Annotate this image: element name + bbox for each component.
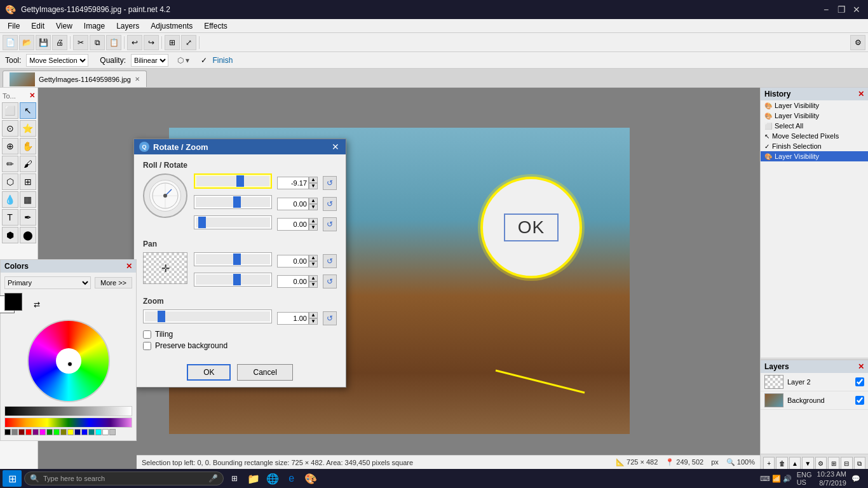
tool-eraser[interactable]: ⬡: [2, 173, 18, 190]
toolbar-undo[interactable]: ↩: [127, 35, 142, 50]
tool-recolor[interactable]: 💧: [2, 191, 18, 208]
dialog-close-button[interactable]: ✕: [330, 142, 341, 152]
history-item-4[interactable]: ✓ Finish Selection: [761, 141, 868, 151]
toolbar-new[interactable]: 📄: [3, 35, 18, 50]
menu-edit[interactable]: Edit: [26, 20, 50, 32]
swatch-red[interactable]: [25, 429, 32, 435]
pan-slider1[interactable]: [194, 252, 272, 266]
zoom-reset[interactable]: ↺: [323, 311, 337, 325]
layer-visible-0[interactable]: [855, 377, 864, 386]
roll-reset3[interactable]: ↺: [323, 217, 337, 231]
roll-spinner1-down[interactable]: ▼: [309, 183, 318, 189]
layer-item-0[interactable]: Layer 2: [761, 373, 868, 391]
zoom-slider-thumb[interactable]: [158, 311, 165, 322]
tool-gradient[interactable]: ▦: [20, 191, 36, 208]
roll-reset2[interactable]: ↺: [323, 197, 337, 211]
zoom-input[interactable]: [277, 312, 309, 325]
menu-adjustments[interactable]: Adjustments: [146, 20, 198, 32]
color-mode-select[interactable]: Primary Secondary: [4, 276, 38, 289]
swap-icon[interactable]: ⇄: [34, 300, 38, 309]
pan-spinner1-down[interactable]: ▼: [309, 261, 318, 268]
menu-layers[interactable]: Layers: [111, 20, 144, 32]
tools-close[interactable]: ✕: [29, 92, 35, 100]
tool-zoom[interactable]: ⊕: [2, 138, 18, 154]
roll-spinner2-up[interactable]: ▲: [309, 198, 318, 204]
menu-view[interactable]: View: [51, 20, 78, 32]
pan-slider1-thumb[interactable]: [233, 254, 241, 265]
history-close[interactable]: ✕: [858, 90, 864, 98]
menu-image[interactable]: Image: [79, 20, 110, 32]
dialog-cancel-button[interactable]: Cancel: [237, 364, 292, 381]
start-button[interactable]: ⊞: [3, 470, 22, 487]
pan-slider2-track[interactable]: [196, 274, 270, 285]
close-button[interactable]: ✕: [850, 3, 863, 16]
roll-slider3[interactable]: [194, 215, 272, 229]
roll-spinner2-down[interactable]: ▼: [309, 204, 318, 210]
history-item-0[interactable]: 🎨 Layer Visibility: [761, 100, 868, 111]
zoom-slider[interactable]: [143, 309, 272, 323]
taskbar-file-explorer[interactable]: 📁: [245, 470, 262, 487]
history-item-5[interactable]: 🎨 Layer Visibility: [761, 151, 868, 161]
pan-input2[interactable]: [277, 275, 309, 288]
maximize-button[interactable]: ❐: [835, 3, 848, 16]
taskbar-search[interactable]: 🔍 Type here to search 🎤: [24, 471, 224, 485]
tool-paint[interactable]: 🖌: [20, 156, 36, 172]
compass-widget[interactable]: [143, 173, 187, 218]
toolbar-save[interactable]: 💾: [36, 35, 51, 50]
pan-preview[interactable]: ✛: [143, 252, 187, 284]
color-primary-box[interactable]: [4, 293, 22, 311]
menu-effects[interactable]: Effects: [199, 20, 232, 32]
roll-slider1-track[interactable]: [196, 176, 269, 186]
zoom-spinner-up[interactable]: ▲: [309, 312, 318, 318]
pan-reset1[interactable]: ↺: [323, 254, 337, 268]
roll-input2[interactable]: [277, 198, 309, 210]
pan-spinner2-down[interactable]: ▼: [309, 281, 318, 288]
roll-slider1-thumb[interactable]: [236, 175, 244, 187]
tool-clone[interactable]: ⊞: [20, 173, 36, 190]
roll-spinner3-up[interactable]: ▲: [309, 218, 318, 224]
taskbar-chrome[interactable]: 🌐: [264, 470, 281, 487]
menu-file[interactable]: File: [3, 20, 25, 32]
preserve-bg-checkbox[interactable]: [143, 342, 151, 350]
pan-spinner2-up[interactable]: ▲: [309, 275, 318, 281]
history-item-3[interactable]: ↖ Move Selected Pixels: [761, 131, 868, 141]
roll-slider2[interactable]: [194, 195, 272, 209]
tool-rectangle-select[interactable]: ⬜: [2, 102, 18, 119]
zoom-spinner-down[interactable]: ▼: [309, 318, 318, 325]
pan-slider1-track[interactable]: [196, 254, 270, 264]
tool-pan[interactable]: ✋: [20, 138, 36, 154]
toolbar-cut[interactable]: ✂: [73, 35, 88, 50]
tiling-checkbox[interactable]: [143, 330, 151, 339]
quality-select[interactable]: Bilinear: [131, 54, 168, 67]
roll-slider2-thumb[interactable]: [233, 196, 241, 208]
toolbar-paste[interactable]: 📋: [106, 35, 121, 50]
roll-slider1[interactable]: [194, 173, 272, 189]
toolbar-crop[interactable]: ⊞: [165, 35, 180, 50]
pan-slider2[interactable]: [194, 273, 272, 287]
tool-magic-wand[interactable]: ⭐: [20, 120, 36, 137]
tool-shapes[interactable]: ✒: [20, 209, 36, 226]
pan-slider2-thumb[interactable]: [233, 274, 241, 285]
toolbar-copy[interactable]: ⧉: [90, 35, 105, 50]
roll-slider3-thumb[interactable]: [198, 217, 206, 228]
gradient-strip[interactable]: [4, 406, 38, 416]
finish-label[interactable]: Finish: [212, 56, 233, 65]
tool-pencil[interactable]: ✏: [2, 156, 18, 172]
roll-slider3-track[interactable]: [196, 217, 270, 227]
roll-slider2-track[interactable]: [196, 197, 270, 207]
tool-line[interactable]: ⬢: [2, 227, 18, 243]
rainbow-strip[interactable]: [4, 417, 38, 428]
roll-input3[interactable]: [277, 218, 309, 231]
taskbar-paintnet[interactable]: 🎨: [302, 470, 319, 487]
tab-close-icon[interactable]: ✕: [135, 76, 140, 83]
history-item-1[interactable]: 🎨 Layer Visibility: [761, 111, 868, 121]
ok-large-label[interactable]: OK: [504, 214, 559, 241]
zoom-slider-track[interactable]: [145, 311, 270, 322]
tool-lasso[interactable]: ⊙: [2, 120, 18, 137]
roll-reset1[interactable]: ↺: [323, 176, 337, 190]
swatch-darkred[interactable]: [18, 429, 25, 435]
taskbar-edge[interactable]: e: [283, 470, 300, 487]
tray-notification[interactable]: 💬: [851, 475, 860, 483]
dialog-ok-button[interactable]: OK: [187, 364, 231, 381]
mic-icon[interactable]: 🎤: [208, 474, 218, 483]
